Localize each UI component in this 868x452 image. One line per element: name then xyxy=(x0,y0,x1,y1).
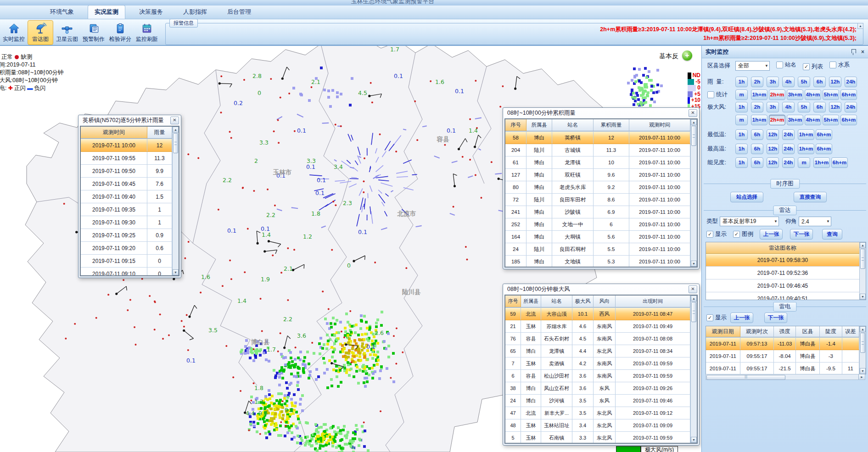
table-row[interactable]: 2019-07-11 09:401.5 xyxy=(81,190,172,203)
toolbar-button-卫星云图[interactable]: 卫星云图 xyxy=(54,20,80,45)
period-button-2h+m[interactable]: 2h+m xyxy=(769,89,785,100)
period-button-4h[interactable]: 4h xyxy=(782,77,795,87)
statistics-checkbox[interactable]: 统计 xyxy=(702,91,735,99)
scroll-up-icon[interactable]: ▲ xyxy=(860,242,866,248)
column-header[interactable]: 出现时间 xyxy=(616,296,690,307)
period-button-4h+m[interactable]: 4h+m xyxy=(805,89,821,100)
period-button-3h[interactable]: 3h xyxy=(767,77,779,87)
table-row[interactable]: 61博白龙潭镇102019-07-11 10:00 xyxy=(505,156,690,169)
period-button-4h+m[interactable]: 4h+m xyxy=(805,115,821,125)
table-row[interactable]: 72陆川良田车田村8.62019-07-11 10:00 xyxy=(505,194,690,206)
table-row[interactable]: 21玉林苏烟水库4.6东南风2019-07-11 09:49 xyxy=(505,320,690,333)
period-button-6h[interactable]: 6h xyxy=(813,77,826,87)
column-header[interactable]: 所属县 xyxy=(526,119,552,131)
period-button-1h+m[interactable]: 1h+m xyxy=(798,144,814,154)
period-button-6h+m[interactable]: 6h+m xyxy=(816,129,832,140)
scroll-right-icon[interactable]: ► xyxy=(858,374,865,379)
popup-max-wind[interactable]: 08时~10时00分钟极大风✕序号所属县站名极大风风向出现时间59北流大容山顶1… xyxy=(503,284,700,446)
period-button-m[interactable]: m xyxy=(735,115,748,125)
column-header[interactable]: 误差 xyxy=(842,326,859,337)
period-button-6h+m[interactable]: 6h+m xyxy=(840,115,857,125)
column-header[interactable]: 观测日期 xyxy=(706,326,740,337)
table-row[interactable]: 2019-07-11 09:250.9 xyxy=(81,229,172,242)
popup-vscrollbar[interactable]: ▲▼ xyxy=(690,296,697,443)
period-button-3h[interactable]: 3h xyxy=(767,102,779,112)
period-button-1h+m[interactable]: 1h+m xyxy=(751,115,767,125)
legend-zoom-plus-icon[interactable]: + xyxy=(682,50,692,61)
toolbar-button-预警制作[interactable]: 预警制作 xyxy=(81,20,106,45)
period-button-1h[interactable]: 1h xyxy=(735,102,748,112)
table-row[interactable]: 59北流大容山顶10.1西风2019-07-11 08:47 xyxy=(505,308,690,320)
period-button-5h[interactable]: 5h xyxy=(798,102,810,112)
period-button-1h[interactable]: 1h xyxy=(735,157,748,168)
column-header[interactable]: 强度 xyxy=(774,326,796,337)
popup-accumulated-rain[interactable]: 08时~10时00分钟累积雨量✕序号所属县站名累积雨量观测时间58博白英桥镇12… xyxy=(503,107,700,269)
table-row[interactable]: 2019-07-11 09:5511.3 xyxy=(81,152,172,165)
menu-tab-决策服务[interactable]: 决策服务 xyxy=(133,6,169,19)
column-header[interactable]: 站名 xyxy=(552,119,594,131)
table-row[interactable]: 2019-07-11 10:0012 xyxy=(81,139,172,152)
lightning-hscrollbar[interactable]: ► xyxy=(706,374,865,380)
toolbar-button-监控刷新[interactable]: 监控刷新 xyxy=(134,20,160,45)
table-row[interactable]: 2019-07-1109:55:17-21.5博白县-9.511 xyxy=(706,363,859,374)
scroll-down-icon[interactable]: ▼ xyxy=(173,269,179,275)
scroll-up-icon[interactable]: ▲ xyxy=(691,296,697,301)
period-button-24h[interactable]: 24h xyxy=(845,77,857,87)
toolbar-button-实时监控[interactable]: 实时监控 xyxy=(1,20,27,45)
period-button-2h[interactable]: 2h xyxy=(751,102,763,112)
period-button-24h[interactable]: 24h xyxy=(782,144,795,154)
popup-titlebar[interactable]: 08时~10时00分钟极大风✕ xyxy=(503,284,699,294)
scroll-down-icon[interactable]: ▼ xyxy=(860,294,866,300)
scroll-thumb[interactable] xyxy=(691,126,696,146)
table-row[interactable]: 65博白龙潭镇4.4东北风2019-07-11 08:34 xyxy=(505,345,690,357)
period-button-2h[interactable]: 2h xyxy=(751,77,763,87)
period-button-6h+m[interactable]: 6h+m xyxy=(840,89,857,100)
scroll-up-icon[interactable]: ▲ xyxy=(860,326,866,332)
column-header[interactable]: 序号 xyxy=(505,119,526,131)
period-button-6h[interactable]: 6h xyxy=(751,157,763,168)
table-row[interactable]: 204陆川古城镇11.32019-07-11 10:00 xyxy=(505,144,690,156)
period-button-6h[interactable]: 6h xyxy=(751,129,763,140)
alert-scroll-up-icon[interactable]: ▲ xyxy=(857,23,863,29)
period-button-3h+m[interactable]: 3h+m xyxy=(787,89,803,100)
checkbox-站名[interactable]: 站名 xyxy=(776,61,796,69)
table-row[interactable]: 2019-07-11 09:200.6 xyxy=(81,242,172,255)
menu-tab-实况监测[interactable]: 实况监测 xyxy=(88,5,125,19)
radar-type-select[interactable]: 基本反射率19▼ xyxy=(720,217,779,226)
radar-list-item[interactable]: 2019-07-11 09:58:30 xyxy=(706,254,859,267)
table-row[interactable]: 47北流新丰大罗...3.5东北风2019-07-11 09:12 xyxy=(505,407,690,419)
scroll-thumb[interactable] xyxy=(173,133,178,153)
column-header[interactable]: 序号 xyxy=(505,296,521,307)
table-row[interactable]: 252博白文地一中62019-07-11 10:00 xyxy=(505,218,690,231)
period-button-12h[interactable]: 12h xyxy=(829,77,841,87)
radar-query-button[interactable]: 查询 xyxy=(822,229,842,240)
popup-titlebar[interactable]: 英桥镇(N5702)逐5分钟累计雨量✕ xyxy=(78,115,181,125)
checkbox-列表[interactable]: ✓列表 xyxy=(803,63,823,71)
radar-show-checkbox[interactable]: ✓显示 xyxy=(706,230,727,238)
table-row[interactable]: 6容县松山沙田村3.6东南风2019-07-11 09:59 xyxy=(505,370,690,382)
scroll-down-icon[interactable]: ▼ xyxy=(691,437,697,443)
checkbox-水系[interactable]: 水系 xyxy=(829,61,850,69)
toolbar-button-检验评分[interactable]: 检验评分 xyxy=(107,20,133,45)
popup-vscrollbar[interactable]: ▲▼ xyxy=(172,127,179,275)
column-header[interactable]: 站名 xyxy=(541,296,572,307)
table-row[interactable]: 2019-07-11 09:509.9 xyxy=(81,165,172,178)
table-row[interactable]: 2019-07-11 09:150 xyxy=(81,255,172,268)
table-row[interactable]: 2019-07-11 09:351 xyxy=(81,203,172,216)
popup-close-icon[interactable]: ✕ xyxy=(689,109,697,117)
period-button-12h[interactable]: 12h xyxy=(829,102,841,112)
column-header[interactable]: 观测时次 xyxy=(740,326,774,337)
period-button-1h+m[interactable]: 1h+m xyxy=(813,157,830,168)
period-button-6h+m[interactable]: 6h+m xyxy=(831,157,848,168)
table-row[interactable]: 2019-07-1109:55:17-8.04博白县-3 xyxy=(706,350,859,363)
period-button-5h[interactable]: 5h xyxy=(798,77,810,87)
lightning-scrollbar[interactable]: ▲▼ xyxy=(859,326,866,374)
table-row[interactable]: 7玉林卖酒镇4.2东南风2019-07-11 09:59 xyxy=(505,357,690,370)
lightning-table[interactable]: 观测日期观测时次强度区县陡度误差2019-07-1109:57:13-11.03… xyxy=(706,326,866,374)
radar-next-button[interactable]: 下一张 xyxy=(790,229,813,240)
table-row[interactable]: 2019-07-11 09:301 xyxy=(81,216,172,229)
radar-prev-button[interactable]: 上一张 xyxy=(760,229,783,240)
period-button-1h[interactable]: 1h xyxy=(735,144,748,154)
radar-list-scrollbar[interactable]: ▲▼ xyxy=(859,242,866,300)
scroll-thumb[interactable] xyxy=(860,249,865,269)
